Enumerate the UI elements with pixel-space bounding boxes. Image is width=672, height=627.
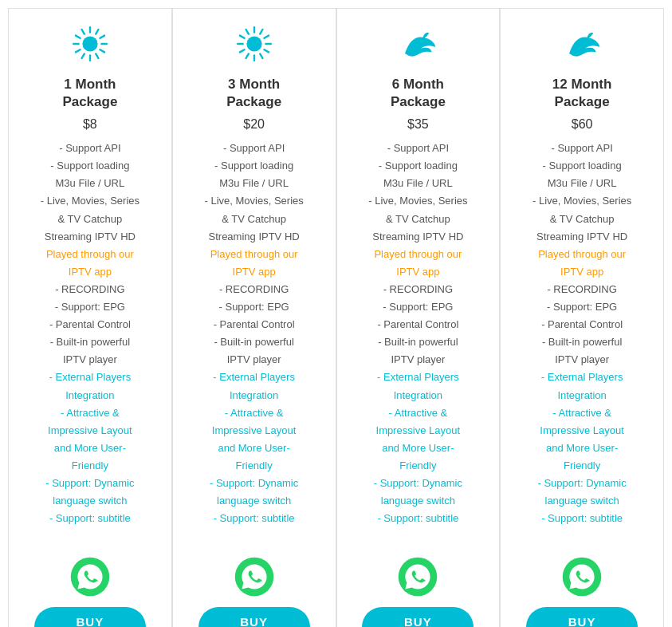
svg-line-3	[96, 53, 98, 58]
whatsapp-icon[interactable]	[561, 556, 603, 601]
package-title: 3 MonthPackage	[226, 76, 281, 111]
pricing-col-3month: 3 MonthPackage$20- Support API- Support …	[172, 8, 336, 627]
svg-line-16	[264, 49, 269, 52]
package-title: 6 MonthPackage	[391, 76, 446, 111]
sun-icon	[71, 25, 109, 66]
svg-line-12	[100, 36, 104, 38]
buy-here-button[interactable]: BUY HERE	[198, 607, 310, 627]
package-title: 12 MonthPackage	[552, 76, 612, 111]
bottom-cta-area: BUY HEREBuy now with PayPal	[345, 556, 492, 627]
svg-line-2	[100, 49, 104, 52]
shark-icon	[563, 25, 601, 66]
svg-line-25	[260, 30, 262, 34]
svg-line-23	[246, 30, 248, 34]
bottom-cta-area: BUY HEREBuy now with PayPal	[509, 556, 655, 627]
package-price: $20	[243, 117, 265, 132]
buy-here-button[interactable]: BUY HERE	[34, 607, 146, 627]
features-list: - Support API- Support loadingM3u File /…	[204, 140, 303, 527]
package-price: $60	[572, 117, 593, 132]
package-title: 1 MonthPackage	[62, 76, 117, 111]
shark-icon	[399, 25, 437, 66]
svg-line-5	[81, 53, 84, 58]
svg-line-17	[260, 53, 262, 58]
pricing-col-12month: 12 MonthPackage$60- Support API- Support…	[500, 8, 664, 627]
sun-icon	[235, 25, 273, 66]
package-price: $8	[83, 117, 97, 132]
whatsapp-icon[interactable]	[69, 556, 111, 601]
features-list: - Support API- Support loadingM3u File /…	[368, 140, 467, 527]
buy-here-button[interactable]: BUY HERE	[526, 607, 638, 627]
svg-line-26	[264, 36, 269, 38]
svg-point-14	[246, 36, 261, 51]
buy-here-button[interactable]: BUY HERE	[362, 607, 474, 627]
features-list: - Support API- Support loadingM3u File /…	[532, 140, 631, 527]
whatsapp-icon[interactable]	[397, 556, 438, 601]
bottom-cta-area: BUY HEREBuy now with PayPal	[181, 556, 328, 627]
svg-line-20	[240, 49, 245, 52]
svg-line-22	[240, 36, 245, 38]
svg-line-9	[81, 30, 84, 34]
svg-line-11	[96, 30, 98, 34]
whatsapp-icon[interactable]	[234, 556, 275, 601]
svg-point-0	[82, 36, 97, 51]
pricing-col-6month: 6 MonthPackage$35- Support API- Support …	[336, 8, 501, 627]
pricing-grid: 1 MonthPackage$8- Support API- Support l…	[8, 8, 664, 627]
bottom-cta-area: BUY HEREBuy now with PayPal	[17, 556, 163, 627]
svg-line-6	[76, 49, 81, 52]
svg-line-19	[246, 53, 248, 58]
svg-line-8	[76, 36, 81, 38]
package-price: $35	[407, 117, 429, 132]
pricing-col-1month: 1 MonthPackage$8- Support API- Support l…	[8, 8, 172, 627]
features-list: - Support API- Support loadingM3u File /…	[41, 140, 140, 527]
